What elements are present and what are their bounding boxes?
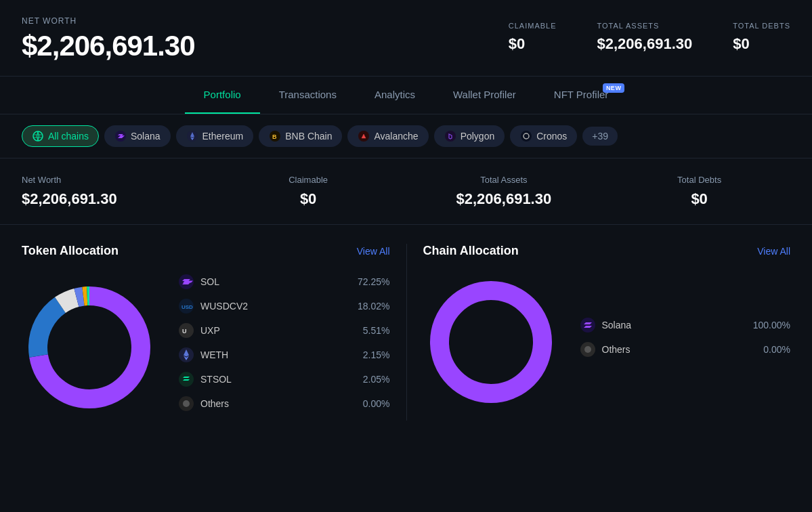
chain-label-solana: Solana	[131, 131, 161, 142]
stat-label-2: TOTAL DEBTS	[733, 22, 790, 30]
main-content: Token Allocation View All SOL 72.25% USD…	[0, 225, 812, 440]
token-legend-item-3: WETH 2.15%	[179, 347, 390, 362]
more-chains-button[interactable]: +39	[582, 127, 618, 146]
token-icon-3	[179, 347, 194, 362]
nav-tab-transactions[interactable]: Transactions	[260, 77, 356, 114]
chain-donut-svg	[423, 274, 559, 410]
summary-row: Net Worth $2,206,691.30Claimable $0Total…	[0, 158, 812, 225]
token-allocation-view-all[interactable]: View All	[357, 246, 390, 257]
chain-label-all: All chains	[48, 131, 89, 142]
svg-point-0	[33, 131, 43, 141]
token-icon-5	[179, 396, 194, 411]
chain-icon-avalanche	[358, 130, 370, 142]
stat-value-1: $2,206,691.30	[597, 35, 693, 53]
nav-tab-nft-profiler[interactable]: NFT ProfilerNEW	[535, 77, 628, 114]
svg-text:USD: USD	[181, 304, 193, 310]
chain-pill-cronos[interactable]: Cronos	[510, 125, 577, 147]
net-worth-value: $2,206,691.30	[22, 30, 195, 62]
stat-value-0: $0	[509, 35, 557, 53]
token-icon-0	[179, 274, 194, 289]
header-stat-0: CLAIMABLE $0	[509, 22, 557, 53]
token-name-1: WUSDCV2	[200, 301, 346, 312]
stat-value-2: $0	[733, 35, 790, 53]
summary-value-3: $0	[691, 190, 707, 208]
nav-tab-wallet-profiler[interactable]: Wallet Profiler	[434, 77, 535, 114]
token-legend-item-4: STSOL 2.05%	[179, 372, 390, 387]
chain-allocation-title: Chain Allocation	[423, 244, 519, 258]
chain-allocation-chart: Solana 100.00% Others 0.00%	[423, 274, 791, 410]
chain-label-polygon: Polygon	[461, 131, 495, 142]
chain-icon-all	[32, 130, 44, 142]
chain-icon-cronos	[520, 130, 532, 142]
chain-pill-all[interactable]: All chains	[22, 125, 99, 147]
token-name-4: STSOL	[200, 374, 346, 385]
chain-filter: All chainsSolanaEthereumBBNB ChainAvalan…	[0, 114, 812, 158]
svg-point-8	[445, 131, 456, 142]
token-allocation-chart: SOL 72.25% USD WUSDCV2 18.02% U UXP 5.51…	[22, 274, 390, 421]
svg-point-25	[183, 400, 190, 407]
token-pct-2: 5.51%	[353, 325, 390, 336]
summary-value-2: $2,206,691.30	[456, 190, 552, 208]
chain-icon-bnb: B	[269, 130, 281, 142]
chain-pill-solana[interactable]: Solana	[104, 125, 171, 147]
svg-text:U: U	[182, 328, 187, 335]
token-pct-4: 2.05%	[353, 374, 390, 385]
token-legend-item-5: Others 0.00%	[179, 396, 390, 411]
svg-text:B: B	[272, 133, 277, 140]
chain-pill-bnb[interactable]: BBNB Chain	[259, 125, 342, 147]
token-allocation-header: Token Allocation View All	[22, 244, 390, 258]
chain-pct-1: 0.00%	[753, 344, 790, 355]
token-donut-svg	[22, 280, 157, 415]
chain-label-ethereum: Ethereum	[202, 131, 244, 142]
summary-cell-3: Total Debts $0	[608, 175, 790, 208]
chain-icon-solana	[114, 130, 127, 142]
chain-allocation-view-all[interactable]: View All	[757, 246, 790, 257]
token-allocation-section: Token Allocation View All SOL 72.25% USD…	[22, 244, 406, 421]
token-legend-item-0: SOL 72.25%	[179, 274, 390, 289]
chain-name-0: Solana	[602, 320, 746, 330]
chain-icon-legend-1	[580, 342, 595, 357]
stat-label-0: CLAIMABLE	[509, 22, 557, 30]
token-pct-3: 2.15%	[353, 349, 390, 360]
chain-icon-polygon	[444, 130, 456, 142]
chain-pill-avalanche[interactable]: Avalanche	[347, 125, 428, 147]
chain-pill-polygon[interactable]: Polygon	[434, 125, 505, 147]
chain-pct-0: 100.00%	[753, 320, 790, 330]
chain-icon-ethereum	[186, 130, 198, 142]
header-stat-1: TOTAL ASSETS $2,206,691.30	[597, 22, 693, 53]
header-section: NET WORTH $2,206,691.30 CLAIMABLE $0TOTA…	[0, 0, 812, 77]
token-donut-wrapper	[22, 280, 157, 415]
svg-point-9	[521, 131, 532, 142]
net-worth-label: NET WORTH	[22, 16, 195, 26]
token-pct-5: 0.00%	[353, 398, 390, 409]
summary-label-1: Claimable	[289, 175, 328, 185]
chain-label-avalanche: Avalanche	[374, 131, 418, 142]
nav-tab-analytics[interactable]: Analytics	[356, 77, 434, 114]
chain-legend-item-0: Solana 100.00%	[580, 318, 791, 333]
token-icon-1: USD	[179, 299, 194, 314]
chain-label-bnb: BNB Chain	[285, 131, 332, 142]
chain-donut-wrapper	[423, 274, 559, 410]
summary-cell-2: Total Assets $2,206,691.30	[413, 175, 595, 208]
token-icon-2: U	[179, 323, 194, 338]
nav-tab-portfolio[interactable]: Portfolio	[185, 77, 260, 114]
new-badge: NEW	[603, 83, 625, 93]
chain-allocation-header: Chain Allocation View All	[423, 244, 791, 258]
token-name-2: UXP	[200, 325, 346, 336]
chain-legend: Solana 100.00% Others 0.00%	[580, 318, 791, 366]
net-worth-block: NET WORTH $2,206,691.30	[22, 16, 195, 62]
nav-tabs: PortfolioTransactionsAnalyticsWallet Pro…	[0, 77, 812, 114]
token-legend-item-1: USD WUSDCV2 18.02%	[179, 299, 390, 314]
token-legend-item-2: U UXP 5.51%	[179, 323, 390, 338]
summary-cell-1: Claimable $0	[217, 175, 400, 208]
header-stat-2: TOTAL DEBTS $0	[733, 22, 790, 53]
chain-pill-ethereum[interactable]: Ethereum	[176, 125, 254, 147]
chain-allocation-section: Chain Allocation View All Solana 100.00%…	[406, 244, 791, 421]
svg-point-27	[580, 318, 595, 333]
header-stats: CLAIMABLE $0TOTAL ASSETS $2,206,691.30TO…	[509, 16, 790, 53]
token-pct-0: 72.25%	[353, 276, 390, 287]
stat-label-1: TOTAL ASSETS	[597, 22, 693, 30]
token-name-3: WETH	[200, 349, 346, 360]
summary-label-3: Total Debts	[677, 175, 721, 185]
summary-value-0: $2,206,691.30	[22, 190, 117, 208]
